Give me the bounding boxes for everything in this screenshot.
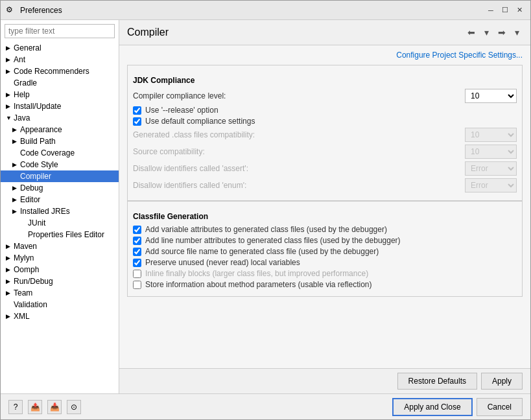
nav-dropdown-button[interactable]: ▾ [481, 25, 492, 40]
use-default-checkbox[interactable] [133, 117, 141, 126]
arrow-icon [6, 80, 12, 86]
generated-class-row: Generated .class files compatibility: 10 [133, 128, 517, 142]
use-default-row: Use default compliance settings [133, 117, 517, 126]
arrow-icon: ▶ [12, 196, 19, 203]
title-bar: ⚙ Preferences ─ ☐ ✕ [1, 1, 530, 20]
sidebar-item-run-debug[interactable]: ▶ Run/Debug [1, 275, 119, 287]
sidebar-item-team[interactable]: ▶ Team [1, 287, 119, 299]
sidebar-item-java[interactable]: ▼ Java [1, 112, 119, 124]
arrow-icon: ▶ [6, 91, 12, 98]
arrow-icon: ▶ [6, 313, 12, 320]
inline-finally-checkbox[interactable] [133, 270, 141, 278]
sidebar-item-code-coverage[interactable]: Code Coverage [1, 147, 119, 159]
sidebar-item-appearance[interactable]: ▶ Appearance [1, 124, 119, 135]
generated-class-select[interactable]: 10 [465, 128, 517, 142]
sidebar-item-installed-jres[interactable]: ▶ Installed JREs [1, 205, 119, 217]
disallow-enum-label: Disallow identifiers called 'enum': [133, 181, 465, 190]
add-source-file-row: Add source file name to generated class … [133, 247, 517, 256]
sidebar-item-general[interactable]: ▶ General [1, 42, 119, 54]
back-button[interactable]: ⬅ [464, 25, 478, 40]
panel-title: Compiler [127, 27, 169, 38]
arrow-icon [12, 150, 19, 156]
sidebar-item-maven[interactable]: ▶ Maven [1, 240, 119, 252]
sidebar-item-xml[interactable]: ▶ XML [1, 310, 119, 322]
inline-finally-label: Inline finally blocks (larger class file… [145, 269, 368, 278]
preserve-unused-checkbox[interactable] [133, 259, 141, 267]
store-params-row: Store information about method parameter… [133, 280, 517, 289]
sidebar-item-junit[interactable]: JUnit [1, 217, 119, 229]
apply-and-close-button[interactable]: Apply and Close [392, 398, 472, 416]
use-release-row: Use '--release' option [133, 106, 517, 115]
disallow-enum-select[interactable]: Error [465, 178, 517, 192]
sidebar-item-install-update[interactable]: ▶ Install/Update [1, 100, 119, 112]
maximize-button[interactable]: ☐ [499, 5, 511, 16]
arrow-icon: ▼ [6, 115, 12, 121]
compliance-level-select[interactable]: 10 9 8 [465, 89, 517, 103]
apply-button[interactable]: Apply [481, 373, 523, 390]
store-params-checkbox[interactable] [133, 281, 141, 289]
sidebar-item-ant[interactable]: ▶ Ant [1, 54, 119, 65]
panel-footer: Restore Defaults Apply [119, 368, 530, 393]
panel-header: Compiler ⬅ ▾ ➡ ▾ [119, 20, 530, 45]
forward-button[interactable]: ➡ [495, 25, 509, 40]
add-line-number-checkbox[interactable] [133, 237, 141, 245]
settings-button[interactable]: ⊙ [67, 400, 81, 414]
sidebar-item-gradle[interactable]: Gradle [1, 77, 119, 89]
sidebar-item-oomph[interactable]: ▶ Oomph [1, 264, 119, 275]
arrow-icon: ▶ [6, 290, 12, 296]
source-compat-row: Source compatibility: 10 [133, 145, 517, 159]
add-source-file-checkbox[interactable] [133, 248, 141, 256]
preserve-unused-row: Preserve unused (never read) local varia… [133, 258, 517, 267]
jdk-compliance-section: JDK Compliance Compiler compliance level… [127, 65, 523, 201]
configure-link-container: Configure Project Specific Settings... [127, 51, 523, 60]
arrow-icon: ▶ [6, 243, 12, 250]
tree: ▶ General ▶ Ant ▶ Code Recommenders Grad… [1, 42, 119, 393]
disallow-assert-row: Disallow identifiers called 'assert': Er… [133, 161, 517, 176]
configure-project-link[interactable]: Configure Project Specific Settings... [396, 51, 523, 60]
forward-dropdown-button[interactable]: ▾ [512, 25, 523, 40]
export-button[interactable]: 📤 [28, 400, 42, 414]
add-variable-checkbox[interactable] [133, 226, 141, 234]
import-button[interactable]: 📥 [47, 400, 62, 414]
sidebar-item-compiler[interactable]: Compiler [1, 170, 119, 182]
sidebar-item-editor[interactable]: ▶ Editor [1, 194, 119, 205]
restore-defaults-button[interactable]: Restore Defaults [397, 373, 477, 390]
source-compat-label: Source compatibility: [133, 147, 465, 156]
store-params-label: Store information about method parameter… [145, 280, 372, 289]
disallow-assert-label: Disallow identifiers called 'assert': [133, 164, 465, 173]
sidebar-item-code-style[interactable]: ▶ Code Style [1, 159, 119, 170]
sidebar-item-properties-files-editor[interactable]: Properties Files Editor [1, 229, 119, 240]
add-line-number-row: Add line number attributes to generated … [133, 236, 517, 245]
arrow-icon [20, 231, 27, 238]
use-release-checkbox[interactable] [133, 106, 141, 115]
arrow-icon: ▶ [6, 45, 12, 51]
cancel-button[interactable]: Cancel [477, 398, 523, 416]
filter-input[interactable] [5, 24, 115, 38]
help-button[interactable]: ? [8, 400, 23, 414]
arrow-icon [12, 173, 19, 180]
sidebar-item-validation[interactable]: Validation [1, 299, 119, 310]
panel-body: Configure Project Specific Settings... J… [119, 45, 530, 368]
disallow-assert-select[interactable]: Error [465, 161, 517, 176]
arrow-icon: ▶ [6, 278, 12, 285]
use-default-label: Use default compliance settings [145, 117, 255, 126]
arrow-icon: ▶ [12, 126, 19, 133]
bottom-left: ? 📤 📥 ⊙ [8, 400, 81, 414]
title-bar-controls: ─ ☐ ✕ [485, 5, 525, 16]
sidebar-item-mylyn[interactable]: ▶ Mylyn [1, 252, 119, 264]
sidebar-item-help[interactable]: ▶ Help [1, 89, 119, 100]
sidebar-item-debug[interactable]: ▶ Debug [1, 182, 119, 194]
bottom-right: Apply and Close Cancel [392, 398, 523, 416]
arrow-icon: ▶ [6, 68, 12, 75]
close-button[interactable]: ✕ [513, 5, 525, 16]
sidebar-item-code-recommenders[interactable]: ▶ Code Recommenders [1, 65, 119, 77]
classfile-section-title: Classfile Generation [133, 212, 517, 221]
add-line-number-label: Add line number attributes to generated … [145, 236, 401, 245]
preferences-window: ⚙ Preferences ─ ☐ ✕ ▶ General ▶ Ant [0, 0, 531, 420]
sidebar-item-build-path[interactable]: ▶ Build Path [1, 135, 119, 147]
arrow-icon: ▶ [12, 138, 19, 145]
minimize-button[interactable]: ─ [485, 5, 497, 16]
compliance-level-label: Compiler compliance level: [133, 91, 465, 100]
source-compat-select[interactable]: 10 [465, 145, 517, 159]
right-panel: Compiler ⬅ ▾ ➡ ▾ Configure Project Speci… [119, 20, 530, 393]
